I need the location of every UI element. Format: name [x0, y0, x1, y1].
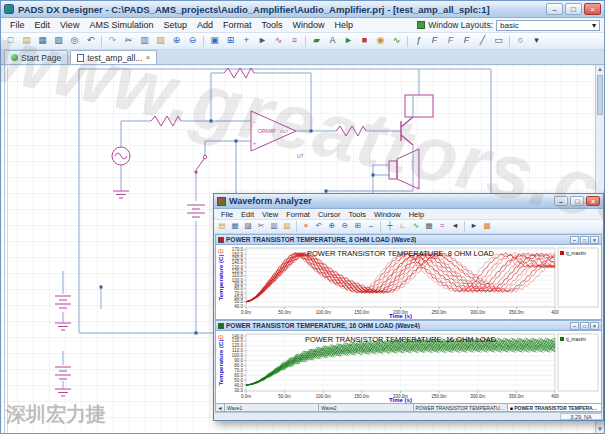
maximize-button[interactable]: □ [580, 322, 589, 330]
menu-format[interactable]: Format [282, 210, 314, 219]
minimize-button[interactable]: – [554, 196, 568, 206]
zoom-in-icon[interactable]: ⊕ [169, 34, 184, 48]
waveform-titlebar[interactable]: Waveform Analyzer –□× [214, 194, 603, 209]
main-titlebar[interactable]: PADS DX Designer - C:\PADS_AMS_projects\… [1, 1, 604, 18]
wave3-chart[interactable]: 170.0160.0150.0140.0130.0120.0110.0100.0… [215, 245, 602, 320]
menu-edit[interactable]: Edit [30, 20, 56, 30]
next-icon[interactable]: ► [468, 221, 480, 232]
probe-icon[interactable]: ◉ [373, 34, 388, 48]
window-layouts-select[interactable]: basic ▾ [496, 20, 600, 31]
menu-setup[interactable]: Setup [158, 20, 192, 30]
tab-wave3[interactable]: POWER TRANSISTOR TEMPERATURE, 8 OHM LOAD… [414, 403, 508, 412]
close-button[interactable]: × [586, 196, 600, 206]
paste-icon[interactable]: ▧ [153, 34, 168, 48]
menu-add[interactable]: Add [192, 20, 218, 30]
add-part-icon[interactable]: ▰ [309, 34, 324, 48]
text-icon[interactable]: A [325, 34, 340, 48]
tab-schematic-doc[interactable]: test_amp_all... × [70, 50, 157, 64]
open-icon[interactable]: ▤ [216, 221, 228, 232]
close-button[interactable]: × [590, 322, 599, 330]
wave-icon[interactable]: ∿ [389, 34, 404, 48]
maximize-button[interactable]: □ [565, 3, 582, 15]
menu-tools[interactable]: Tools [256, 20, 287, 30]
font-tool-2-icon[interactable]: F [443, 34, 458, 48]
zoom-fit-icon[interactable]: ⊞ [223, 34, 238, 48]
thermal-model-box[interactable] [405, 95, 433, 117]
transistor-symbol[interactable] [401, 117, 413, 145]
draw-circle-icon[interactable]: ○ [513, 34, 528, 48]
menu-help[interactable]: Help [330, 20, 359, 30]
undo-icon[interactable]: ↶ [313, 221, 325, 232]
menu-file[interactable]: File [217, 210, 237, 219]
minimize-button[interactable]: – [570, 322, 579, 330]
zoom-out-icon[interactable]: ⊖ [339, 221, 351, 232]
copy-icon[interactable]: ▥ [268, 221, 280, 232]
resistor-symbol[interactable] [336, 126, 366, 136]
tab-start-page[interactable]: Start Page [4, 50, 68, 64]
maximize-button[interactable]: □ [580, 236, 589, 244]
minimize-button[interactable]: – [546, 3, 563, 15]
font-tool-3-icon[interactable]: F [459, 34, 474, 48]
menu-format[interactable]: Format [218, 20, 257, 30]
zoom-in-icon[interactable]: ⊕ [326, 221, 338, 232]
tab-wave1[interactable]: Wave1 [225, 403, 319, 412]
wire-icon[interactable]: ∿ [271, 34, 286, 48]
menu-cursor[interactable]: Cursor [314, 210, 345, 219]
stop-sim-icon[interactable]: ■ [357, 34, 372, 48]
close-icon[interactable]: × [145, 53, 150, 62]
close-button[interactable]: × [584, 3, 601, 15]
prev-icon[interactable]: ◄ [449, 221, 461, 232]
save-icon[interactable]: ▦ [229, 221, 241, 232]
function-icon[interactable]: ƒ [411, 34, 426, 48]
grid-icon[interactable]: ▦ [423, 221, 435, 232]
measure-icon[interactable]: ∟ [397, 221, 409, 232]
ground-symbol[interactable] [55, 389, 71, 396]
ground-symbol[interactable] [113, 191, 129, 198]
add-wave-icon[interactable]: ∿ [410, 221, 422, 232]
find-icon[interactable]: ◎ [67, 34, 82, 48]
ground-symbol[interactable] [55, 323, 71, 330]
select-icon[interactable]: ► [255, 34, 270, 48]
menu-window[interactable]: Window [370, 210, 405, 219]
delete-icon[interactable]: × [300, 221, 312, 232]
minimize-button[interactable]: – [570, 236, 579, 244]
overflow-icon[interactable]: ▾ [529, 34, 544, 48]
menu-view[interactable]: View [258, 210, 282, 219]
tab-scroll-left[interactable]: ◄ [215, 403, 225, 412]
cut-icon[interactable]: ✂ [255, 221, 267, 232]
zoom-window-icon[interactable]: ▣ [207, 34, 222, 48]
new-icon[interactable]: □ [3, 34, 18, 48]
wave4-chart[interactable]: 140.0130.0120.0110.0100.090.080.070.060.… [215, 331, 602, 404]
speaker-symbol[interactable] [389, 149, 419, 189]
menu-edit[interactable]: Edit [237, 210, 258, 219]
menu-view[interactable]: View [55, 20, 84, 30]
wave3-titlebar[interactable]: POWER TRANSISTOR TEMPERATURE, 8 OHM LOAD… [215, 234, 602, 245]
overlay-icon[interactable]: ≈ [436, 221, 448, 232]
draw-line-icon[interactable]: ╱ [475, 34, 490, 48]
tab-wave4[interactable]: ■ POWER TRANSISTOR TEMPERATURE, 16 OHM L… [508, 403, 602, 412]
zoom-x-icon[interactable]: ↔ [365, 221, 377, 232]
scrollbar-thumb[interactable] [597, 75, 603, 115]
print-icon[interactable]: ▨ [242, 221, 254, 232]
copy-icon[interactable]: ▥ [137, 34, 152, 48]
print-icon[interactable]: ▨ [51, 34, 66, 48]
pan-icon[interactable]: + [239, 34, 254, 48]
panel-splitter[interactable] [4, 65, 5, 433]
menu-window[interactable]: Window [288, 20, 330, 30]
colors-icon[interactable]: ▩ [481, 221, 493, 232]
battery-symbol[interactable] [55, 296, 71, 308]
menu-tools[interactable]: Tools [344, 210, 370, 219]
maximize-button[interactable]: □ [570, 196, 584, 206]
resistor-symbol[interactable] [151, 116, 181, 126]
paste-icon[interactable]: ▧ [281, 221, 293, 232]
menu-ams-simulation[interactable]: AMS Simulation [84, 20, 158, 30]
zoom-out-icon[interactable]: ⊖ [185, 34, 200, 48]
switch-symbol[interactable] [195, 155, 207, 173]
open-icon[interactable]: ▤ [19, 34, 34, 48]
wave4-titlebar[interactable]: POWER TRANSISTOR TEMPERATURE, 16 OHM LOA… [215, 320, 602, 331]
menu-help[interactable]: Help [405, 210, 428, 219]
redo-icon[interactable]: ↷ [105, 34, 120, 48]
ac-source-symbol[interactable] [112, 147, 130, 165]
zoom-fit-icon[interactable]: ⊞ [352, 221, 364, 232]
draw-rect-icon[interactable]: ▭ [491, 34, 506, 48]
